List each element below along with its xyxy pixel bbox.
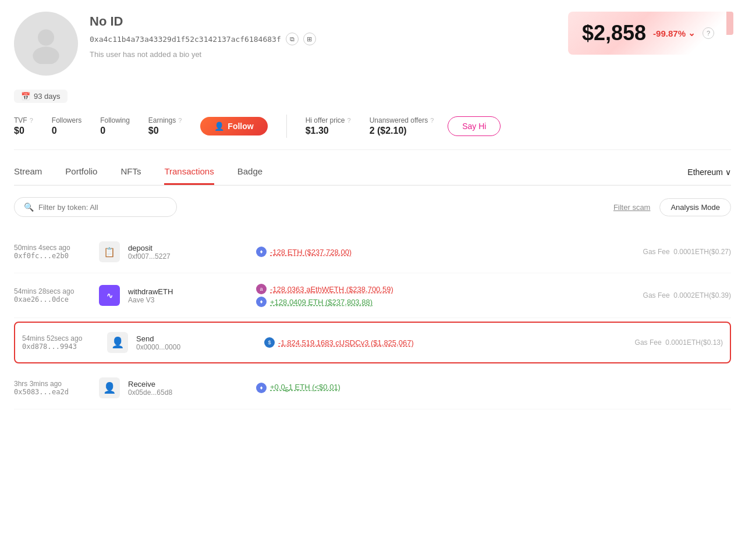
aave-token-icon: a — [256, 284, 267, 294]
help-icon[interactable]: ? — [703, 27, 714, 39]
filter-row: 🔍 Filter scam Analysis Mode — [14, 197, 731, 217]
earnings-stat: Earnings ? $0 — [148, 116, 182, 136]
profile-bio: This user has not added a bio yet — [90, 50, 316, 59]
person-add-icon: 👤 — [214, 122, 224, 131]
aave-icon: ∿ — [99, 285, 120, 306]
profile-name: No ID — [90, 14, 316, 29]
follow-button[interactable]: 👤 Follow — [200, 117, 267, 135]
avatar — [14, 12, 78, 76]
table-row: 54mins 28secs ago 0xae26...0dce ∿ withdr… — [14, 273, 731, 318]
unanswered-help-icon[interactable]: ? — [430, 117, 434, 124]
hi-offer-stat: Hi offer price ? $1.30 — [306, 116, 351, 136]
chevron-down-icon: ∨ — [725, 167, 731, 177]
portfolio-value: $2,858 — [582, 21, 646, 45]
calendar-icon: 📅 — [21, 92, 30, 101]
hi-offer-value: $1.30 — [306, 126, 351, 136]
eth-icon: ♦ — [256, 383, 267, 393]
table-row: 54mins 52secs ago 0xd878...9943 👤 Send 0… — [14, 322, 731, 363]
tx-gas: Gas Fee 0.0002ETH($0.39) — [615, 291, 731, 299]
transaction-list: 50mins 4secs ago 0xf0fc...e2b0 📋 deposit… — [14, 231, 731, 409]
earnings-value: $0 — [148, 126, 182, 136]
followers-value: 0 — [52, 126, 81, 136]
tvf-value: $0 — [14, 126, 33, 136]
eth-icon: ♦ — [256, 297, 267, 307]
tvf-stat: TVF ? $0 — [14, 116, 33, 136]
following-value: 0 — [100, 126, 130, 136]
chevron-down-icon[interactable]: ⌄ — [688, 28, 696, 38]
receive-icon: 👤 — [99, 377, 120, 398]
unanswered-stat: Unanswered offers ? 2 ($2.10) — [370, 116, 434, 136]
stats-row: TVF ? $0 Followers 0 Following 0 Earning… — [14, 115, 731, 150]
search-box: 🔍 — [14, 197, 177, 217]
stat-divider — [286, 115, 287, 138]
table-row: 3hrs 3mins ago 0x5083...ea2d 👤 Receive 0… — [14, 367, 731, 409]
search-input[interactable] — [38, 203, 167, 212]
qr-icon[interactable]: ⊞ — [303, 33, 316, 45]
table-row: 50mins 4secs ago 0xf0fc...e2b0 📋 deposit… — [14, 231, 731, 273]
svg-point-0 — [38, 30, 54, 46]
tx-time-col: 50mins 4secs ago 0xf0fc...e2b0 — [14, 244, 95, 260]
cusdc-icon: $ — [264, 337, 275, 348]
hi-offer-help-icon[interactable]: ? — [347, 117, 351, 124]
followers-stat: Followers 0 — [52, 116, 81, 136]
eth-icon: ♦ — [256, 247, 267, 257]
network-selector[interactable]: Ethereum ∨ — [687, 167, 731, 184]
copy-icon[interactable]: ⧉ — [286, 33, 299, 45]
profile-address: 0xa4c11b4a73a43329d1f52c3142137acf618468… — [90, 35, 281, 44]
portfolio-change: -99.87% ⌄ — [653, 28, 696, 38]
days-badge: 📅 93 days — [14, 90, 68, 103]
tab-transactions[interactable]: Transactions — [164, 166, 214, 185]
search-icon: 🔍 — [24, 202, 34, 212]
say-hi-button[interactable]: Say Hi — [448, 116, 501, 136]
tx-gas: Gas Fee 0.0001ETH($0.13) — [606, 338, 723, 347]
following-stat: Following 0 — [100, 116, 130, 136]
filter-scam-link[interactable]: Filter scam — [613, 203, 651, 212]
tab-portfolio[interactable]: Portfolio — [65, 166, 97, 185]
svg-point-1 — [33, 47, 59, 64]
deposit-icon: 📋 — [99, 241, 120, 262]
tx-gas: Gas Fee 0.0001ETH($0.27) — [615, 248, 731, 256]
tab-nfts[interactable]: NFTs — [120, 166, 141, 185]
tab-badge[interactable]: Badge — [237, 166, 262, 185]
tvf-help-icon[interactable]: ? — [30, 117, 33, 124]
tabs-row: Stream Portfolio NFTs Transactions Badge… — [14, 166, 731, 186]
value-card: $2,858 -99.87% ⌄ ? — [568, 12, 731, 55]
send-icon: 👤 — [107, 332, 128, 353]
tab-stream[interactable]: Stream — [14, 166, 42, 185]
earnings-help-icon[interactable]: ? — [178, 117, 182, 124]
analysis-mode-button[interactable]: Analysis Mode — [659, 198, 731, 216]
unanswered-value: 2 ($2.10) — [370, 126, 434, 136]
